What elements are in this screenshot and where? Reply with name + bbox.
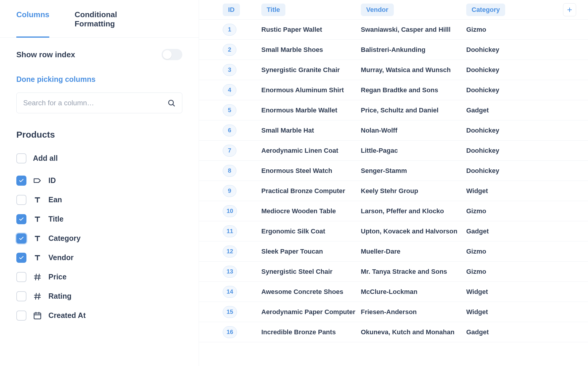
row-index-pill: 16 — [223, 326, 237, 338]
cell-id: 2 — [223, 44, 261, 56]
column-search-input[interactable] — [23, 99, 167, 107]
cell-id: 1 — [223, 24, 261, 36]
cell-vendor: Swaniawski, Casper and Hilll — [361, 26, 466, 34]
cell-category: Gadget — [466, 227, 523, 235]
cell-title: Enormous Marble Wallet — [261, 106, 361, 114]
column-header-title[interactable]: Title — [261, 4, 361, 16]
cell-category: Doohickey — [466, 147, 523, 155]
cell-title: Small Marble Hat — [261, 127, 361, 134]
column-label: Vendor — [48, 253, 74, 262]
cell-id: 7 — [223, 145, 261, 157]
table-row[interactable]: 2Small Marble ShoesBalistreri-AnkundingD… — [199, 40, 588, 60]
column-header-category[interactable]: Category — [466, 4, 523, 16]
cell-category: Gizmo — [466, 207, 523, 215]
column-label-add-all: Add all — [33, 154, 58, 163]
cell-vendor: Okuneva, Kutch and Monahan — [361, 328, 466, 336]
cell-category: Gizmo — [466, 26, 523, 34]
cell-category: Gadget — [466, 106, 523, 114]
cell-title: Incredible Bronze Pants — [261, 328, 361, 336]
cell-id: 10 — [223, 205, 261, 217]
column-header-vendor[interactable]: Vendor — [361, 4, 466, 16]
cell-id: 16 — [223, 326, 261, 338]
table-row[interactable]: 14Awesome Concrete ShoesMcClure-LockmanW… — [199, 282, 588, 302]
column-label: Category — [48, 234, 80, 243]
checkbox[interactable] — [16, 291, 26, 301]
column-item[interactable]: Created At — [16, 306, 182, 325]
cell-id: 4 — [223, 84, 261, 96]
tab-columns[interactable]: Columns — [16, 0, 49, 37]
svg-line-9 — [39, 293, 39, 299]
checkbox-add-all[interactable] — [16, 153, 26, 163]
column-item-add-all[interactable]: Add all — [16, 149, 182, 168]
text-type-icon — [33, 234, 42, 243]
column-item[interactable]: Vendor — [16, 248, 182, 267]
column-item[interactable]: Category — [16, 229, 182, 248]
table-body: 1Rustic Paper WalletSwaniawski, Casper a… — [199, 20, 588, 342]
number-type-icon — [33, 273, 42, 281]
cell-category: Widget — [466, 288, 523, 296]
cell-title: Small Marble Shoes — [261, 46, 361, 54]
table-row[interactable]: 10Mediocre Wooden TableLarson, Pfeffer a… — [199, 201, 588, 221]
svg-line-1 — [173, 104, 174, 106]
column-search[interactable] — [16, 93, 182, 113]
add-column-button[interactable] — [563, 3, 576, 16]
column-item[interactable]: Rating — [16, 287, 182, 306]
column-header-add — [523, 3, 576, 16]
column-item[interactable]: ID — [16, 171, 182, 190]
table-row[interactable]: 7Aerodynamic Linen CoatLittle-PagacDoohi… — [199, 141, 588, 161]
table-row[interactable]: 6Small Marble HatNolan-WolffDoohickey — [199, 120, 588, 141]
row-index-pill: 12 — [223, 246, 237, 257]
cell-title: Enormous Steel Watch — [261, 167, 361, 175]
row-index-pill: 15 — [223, 306, 237, 318]
table-row[interactable]: 12Sleek Paper ToucanMueller-DareGizmo — [199, 241, 588, 262]
cell-id: 15 — [223, 306, 261, 318]
cell-id: 12 — [223, 246, 261, 257]
row-index-pill: 13 — [223, 266, 237, 278]
checkbox[interactable] — [16, 311, 26, 321]
tab-conditional-formatting[interactable]: Conditional Formatting — [75, 0, 157, 37]
column-group-title: Products — [16, 130, 182, 140]
cell-vendor: Senger-Stamm — [361, 167, 466, 175]
row-index-pill: 2 — [223, 44, 236, 56]
table-row[interactable]: 3Synergistic Granite ChairMurray, Watsic… — [199, 60, 588, 80]
table-row[interactable]: 8Enormous Steel WatchSenger-StammDoohick… — [199, 161, 588, 181]
label-type-icon — [33, 176, 42, 185]
checkbox[interactable] — [16, 253, 26, 263]
cell-vendor: Mueller-Dare — [361, 248, 466, 255]
table-row[interactable]: 4Enormous Aluminum ShirtRegan Bradtke an… — [199, 80, 588, 100]
column-list: Add all IDEanTitleCategoryVendorPriceRat… — [16, 149, 182, 325]
table-row[interactable]: 1Rustic Paper WalletSwaniawski, Casper a… — [199, 20, 588, 40]
checkbox[interactable] — [16, 195, 26, 205]
row-index-pill: 1 — [223, 24, 236, 36]
row-index-pill: 5 — [223, 104, 236, 116]
sidebar-tabs: Columns Conditional Formatting — [0, 0, 199, 38]
column-label: Title — [48, 215, 64, 223]
checkbox[interactable] — [16, 214, 26, 224]
main-table-area: ID Title Vendor Category 1Rustic Paper W… — [199, 0, 588, 366]
checkbox[interactable] — [16, 272, 26, 282]
cell-vendor: Regan Bradtke and Sons — [361, 86, 466, 94]
checkbox[interactable] — [16, 176, 26, 186]
text-type-icon — [33, 253, 42, 262]
sidebar: Columns Conditional Formatting Show row … — [0, 0, 199, 366]
show-row-index-toggle[interactable] — [162, 49, 182, 60]
table-row[interactable]: 9Practical Bronze ComputerKeely Stehr Gr… — [199, 181, 588, 201]
cell-title: Enormous Aluminum Shirt — [261, 86, 361, 94]
table-row[interactable]: 16Incredible Bronze PantsOkuneva, Kutch … — [199, 322, 588, 342]
column-header-id[interactable]: ID — [223, 4, 261, 16]
column-item[interactable]: Price — [16, 267, 182, 287]
cell-vendor: Friesen-Anderson — [361, 308, 466, 316]
column-item[interactable]: Ean — [16, 190, 182, 209]
column-label: Ean — [48, 195, 62, 204]
column-item[interactable]: Title — [16, 209, 182, 229]
cell-id: 11 — [223, 225, 261, 237]
table-row[interactable]: 11Ergonomic Silk CoatUpton, Kovacek and … — [199, 221, 588, 241]
table-row[interactable]: 15Aerodynamic Paper ComputerFriesen-Ande… — [199, 302, 588, 322]
cell-category: Widget — [466, 308, 523, 316]
table-header-row: ID Title Vendor Category — [199, 0, 588, 20]
cell-id: 9 — [223, 185, 261, 197]
checkbox[interactable] — [16, 233, 26, 244]
table-row[interactable]: 5Enormous Marble WalletPrice, Schultz an… — [199, 100, 588, 120]
table-row[interactable]: 13Synergistic Steel ChairMr. Tanya Strac… — [199, 262, 588, 282]
done-picking-columns-link[interactable]: Done picking columns — [16, 75, 182, 84]
